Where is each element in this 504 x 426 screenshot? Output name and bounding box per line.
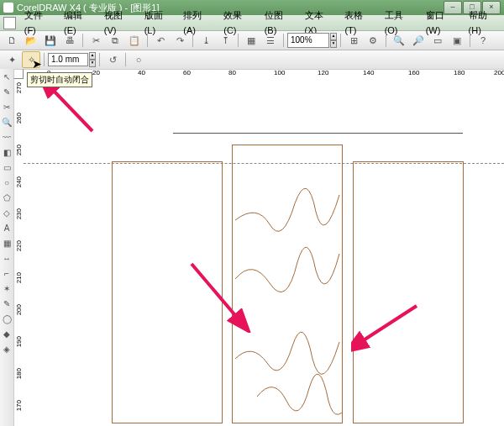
zoom-fit-button[interactable]: ▣ <box>448 32 466 49</box>
rectangle-tool[interactable]: ▭ <box>0 160 13 175</box>
page-edge-top <box>173 133 463 134</box>
table-tool[interactable]: ▦ <box>0 235 13 250</box>
paste-button[interactable]: 📋 <box>125 32 144 49</box>
bounding-button[interactable]: ○ <box>129 51 148 68</box>
mode1-button[interactable]: ✦ <box>3 51 21 68</box>
pick-tool[interactable]: ↖ <box>0 69 13 84</box>
outline-width-spinner[interactable]: ▲▼ <box>89 52 96 67</box>
button-tooltip: 剪切时自动闭合 <box>27 72 92 87</box>
redo-button[interactable]: ↷ <box>171 32 189 49</box>
property-toolbar: ✦ ✧ 1.0 mm ▲▼ ↺ ○ <box>0 50 504 70</box>
save-button[interactable]: 💾 <box>41 32 60 49</box>
new-button[interactable]: 🗋 <box>3 32 21 49</box>
undo-button[interactable]: ↶ <box>151 32 170 49</box>
zoom-in-button[interactable]: 🔍 <box>390 32 408 49</box>
app-icon <box>3 3 13 13</box>
svg-line-1 <box>192 264 239 319</box>
connector-tool[interactable]: ⌐ <box>0 266 13 281</box>
effects-tool[interactable]: ✶ <box>0 281 13 296</box>
open-button[interactable]: 📂 <box>22 32 40 49</box>
interactive-fill-tool[interactable]: ◈ <box>0 341 13 356</box>
smart-fill-tool[interactable]: ◧ <box>0 145 13 160</box>
menubar: 文件(F) 编辑(E) 视图(V) 版面(L) 排列(A) 效果(C) 位图(B… <box>0 15 504 31</box>
copy-button[interactable]: ⧉ <box>106 32 124 49</box>
annotation-arrow-2 <box>183 257 259 333</box>
fill-tool[interactable]: ◆ <box>0 326 13 341</box>
zoom-spinner[interactable]: ▲▼ <box>330 33 337 48</box>
polygon-tool[interactable]: ⬠ <box>0 190 13 205</box>
doc-icon <box>3 17 16 29</box>
annotation-arrow-3 <box>351 297 427 356</box>
ruler-origin[interactable] <box>13 69 24 79</box>
export-button[interactable]: ⤒ <box>216 32 234 49</box>
svg-line-0 <box>50 87 92 131</box>
svg-line-2 <box>360 306 417 343</box>
snap-button[interactable]: ⊞ <box>344 32 363 49</box>
annotation-arrow-1 <box>42 81 101 139</box>
shape-tool[interactable]: ✎ <box>0 84 13 99</box>
cut-button[interactable]: ✂ <box>87 32 105 49</box>
zoom-tool[interactable]: 🔍 <box>0 114 13 129</box>
hint-button[interactable]: ? <box>474 32 492 49</box>
standard-toolbar: 🗋 📂 💾 🖶 ✂ ⧉ 📋 ↶ ↷ ⤓ ⤒ ▦ ☰ 100% ▲▼ ⊞ ⚙ 🔍 … <box>0 31 504 50</box>
zoom-page-button[interactable]: ▭ <box>428 32 447 49</box>
outline-width-field[interactable]: 1.0 mm <box>48 53 88 66</box>
ellipse-tool[interactable]: ○ <box>0 175 13 190</box>
zoom-field[interactable]: 100% <box>287 33 329 48</box>
welcome-button[interactable]: ☰ <box>261 32 280 49</box>
eyedropper-tool[interactable]: ✎ <box>0 296 13 311</box>
canvas[interactable] <box>24 79 504 426</box>
app-launcher-button[interactable]: ▦ <box>242 32 260 49</box>
freehand-tool[interactable]: 〰 <box>0 129 13 145</box>
import-button[interactable]: ⤓ <box>197 32 215 49</box>
toolbox: ↖ ✎ ✂ 🔍 〰 ◧ ▭ ○ ⬠ ◇ A ▦ ↔ ⌐ ✶ ✎ ◯ ◆ ◈ <box>0 69 14 426</box>
object-rect-right[interactable] <box>353 161 464 423</box>
dimension-tool[interactable]: ↔ <box>0 250 13 266</box>
text-tool[interactable]: A <box>0 220 13 235</box>
basic-shapes-tool[interactable]: ◇ <box>0 205 13 220</box>
reduce-nodes-button[interactable]: ↺ <box>103 51 122 68</box>
outline-tool[interactable]: ◯ <box>0 311 13 326</box>
print-button[interactable]: 🖶 <box>60 32 79 49</box>
crop-tool[interactable]: ✂ <box>0 99 13 114</box>
options-button[interactable]: ⚙ <box>364 32 382 49</box>
zoom-out-button[interactable]: 🔎 <box>409 32 428 49</box>
